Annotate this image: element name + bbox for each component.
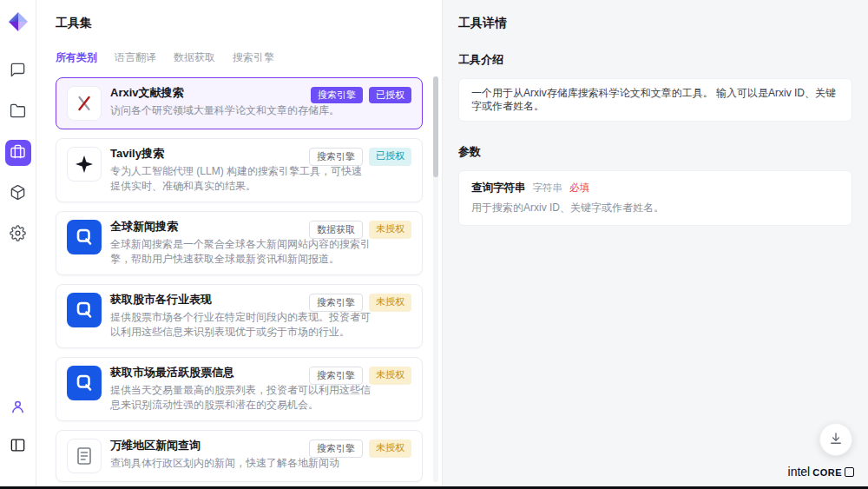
- parameter-card: 查询字符串 字符串 必填 用于搜索的Arxiv ID、关键字或作者姓名。: [458, 170, 852, 226]
- tool-detail-panel: 工具详情 工具介绍 一个用于从Arxiv存储库搜索科学论文和文章的工具。 输入可…: [443, 0, 868, 489]
- gear-icon: [10, 225, 26, 245]
- category-badge: 搜索引擎: [309, 294, 363, 312]
- download-icon: [828, 431, 844, 449]
- tab-all-categories[interactable]: 所有类别: [56, 50, 97, 65]
- status-badge: 已授权: [369, 87, 411, 103]
- user-icon: [10, 399, 26, 419]
- param-description: 用于搜索的Arxiv ID、关键字或作者姓名。: [471, 202, 839, 215]
- status-badge: 未授权: [369, 439, 411, 458]
- arxiv-logo-icon: [67, 86, 102, 121]
- status-badge: 未授权: [369, 367, 411, 385]
- sidebar-item-user[interactable]: [5, 395, 31, 421]
- category-badge: 搜索引擎: [311, 87, 363, 103]
- scrollbar-track: [433, 76, 438, 482]
- param-required-badge: 必填: [569, 182, 589, 195]
- app-logo-icon: [8, 11, 29, 32]
- tavily-logo-icon: [67, 147, 102, 182]
- tool-card-sector-performance[interactable]: 获取股市各行业表现 提供股票市场各个行业在特定时间段内的表现。投资者可以利用这些…: [56, 284, 423, 348]
- tool-card-most-active-stocks[interactable]: 获取市场最活跃股票信息 提供当天交易量最高的股票列表，投资者可以利用这些信息来识…: [56, 357, 423, 421]
- category-badge: 搜索引擎: [309, 439, 363, 458]
- category-tabs: 所有类别 语言翻译 数据获取 搜索引擎: [56, 50, 423, 65]
- tool-description: 访问各个研究领域大量科学论文和文章的存储库。: [110, 103, 339, 118]
- q-logo-icon: [67, 293, 102, 327]
- folder-icon: [10, 102, 26, 122]
- tab-search-engine[interactable]: 搜索引擎: [233, 50, 274, 65]
- tool-description: 全球新闻搜索是一个聚合全球各大新闻网站内容的搜索引擎，帮助用户快速获取全球最新资…: [110, 237, 371, 267]
- tool-description: 提供股票市场各个行业在特定时间段内的表现。投资者可以利用这些信息来识别表现优于或…: [110, 310, 371, 340]
- q-logo-icon: [67, 366, 102, 400]
- app-window: 工具集 所有类别 语言翻译 数据获取 搜索引擎 Arxiv文献搜索 访问各个研究…: [0, 0, 868, 489]
- intel-core-logo: intel CORE: [788, 465, 854, 479]
- tab-data-fetching[interactable]: 数据获取: [174, 50, 215, 65]
- intel-badge-box: [845, 467, 854, 477]
- detail-title: 工具详情: [458, 16, 852, 31]
- sidebar-item-chat[interactable]: [5, 58, 31, 84]
- news-doc-icon: [67, 439, 102, 473]
- tool-description: 提供当天交易量最高的股票列表，投资者可以利用这些信息来识别流动性强的股票和潜在的…: [110, 383, 371, 413]
- intel-logo-text: intel: [788, 465, 811, 479]
- briefcase-icon: [10, 143, 26, 163]
- page-title: 工具集: [56, 16, 423, 31]
- category-badge: 搜索引擎: [309, 148, 363, 166]
- sidebar-item-tools[interactable]: [5, 140, 31, 166]
- tool-intro-text: 一个用于从Arxiv存储库搜索科学论文和文章的工具。 输入可以是Arxiv ID…: [458, 78, 852, 122]
- sidebar-item-plugins[interactable]: [5, 181, 31, 207]
- icon-rail: [0, 0, 36, 489]
- core-logo-text: CORE: [812, 467, 842, 478]
- tool-card-global-news[interactable]: 全球新闻搜索 全球新闻搜索是一个聚合全球各大新闻网站内容的搜索引擎，帮助用户快速…: [56, 211, 423, 275]
- params-section-title: 参数: [458, 144, 852, 160]
- tool-card-tavily[interactable]: Tavily搜索 专为人工智能代理 (LLM) 构建的搜索引擎工具，可快速提供实…: [56, 138, 423, 202]
- tab-language-translation[interactable]: 语言翻译: [115, 50, 156, 65]
- chat-icon: [10, 62, 26, 82]
- sidebar-item-settings[interactable]: [5, 221, 31, 248]
- layout-icon: [10, 437, 26, 457]
- tool-card-arxiv[interactable]: Arxiv文献搜索 访问各个研究领域大量科学论文和文章的存储库。 搜索引擎 已授…: [56, 77, 423, 129]
- category-badge: 数据获取: [309, 221, 363, 239]
- sidebar-item-collapse[interactable]: [5, 433, 31, 459]
- param-name: 查询字符串: [471, 182, 526, 195]
- param-type: 字符串: [533, 182, 563, 195]
- q-logo-icon: [67, 220, 102, 254]
- status-badge: 未授权: [369, 294, 411, 312]
- download-button[interactable]: [819, 423, 852, 456]
- sidebar-item-files[interactable]: [5, 99, 31, 125]
- intro-section-title: 工具介绍: [458, 52, 852, 68]
- status-badge: 已授权: [369, 148, 411, 166]
- package-icon: [10, 184, 26, 204]
- tool-description: 查询具体行政区划内的新闻，快速了解各地新闻动: [110, 456, 339, 471]
- category-badge: 搜索引擎: [309, 367, 363, 385]
- tool-card-regional-news[interactable]: 万维地区新闻查询 查询具体行政区划内的新闻，快速了解各地新闻动 搜索引擎 未授权: [56, 430, 423, 482]
- scrollbar-thumb[interactable]: [433, 76, 438, 177]
- tool-list-panel: 工具集 所有类别 语言翻译 数据获取 搜索引擎 Arxiv文献搜索 访问各个研究…: [36, 0, 443, 489]
- tool-description: 专为人工智能代理 (LLM) 构建的搜索引擎工具，可快速提供实时、准确和真实的结…: [110, 164, 371, 194]
- tool-card-list: Arxiv文献搜索 访问各个研究领域大量科学论文和文章的存储库。 搜索引擎 已授…: [56, 77, 423, 482]
- status-badge: 未授权: [369, 221, 411, 239]
